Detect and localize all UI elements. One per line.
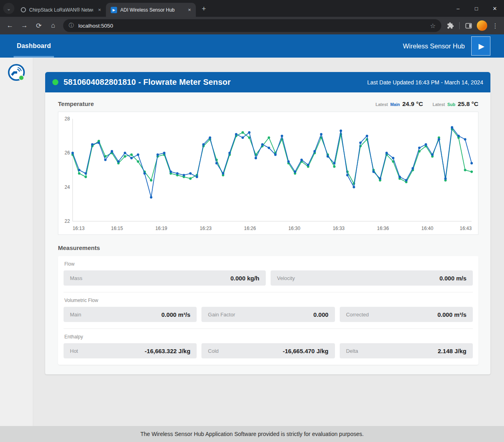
field-label: Cold [208, 348, 219, 354]
last-updated-text: Last Date Updated 16:43 PM - March 14, 2… [367, 79, 483, 86]
field-hot: Hot -16,663.322 J/kg [64, 343, 197, 358]
field-label: Corrected [346, 312, 369, 318]
evaluation-footer: The Wireless Sensor Hub Application Soft… [0, 426, 504, 442]
tab-title: ChirpStack LoRaWAN® Networ [29, 7, 93, 13]
measure-group-flow: Flow Mass 0.000 kg/h Velocity 0.000 m/s [64, 256, 473, 292]
site-info-icon[interactable]: ⓘ [69, 22, 74, 29]
forward-button[interactable]: → [18, 19, 31, 32]
measurements-heading: Measurements [58, 244, 478, 251]
app-body: 5810604082801810 - Flowrate Meter Sensor… [0, 58, 504, 426]
svg-text:24: 24 [65, 184, 70, 190]
field-mass: Mass 0.000 kg/h [64, 270, 266, 286]
home-button[interactable]: ⌂ [46, 19, 60, 32]
field-delta: Delta 2.148 J/kg [340, 343, 473, 358]
field-value: 0.000 m³/s [161, 311, 191, 318]
active-tab-underline [14, 56, 54, 58]
play-triangle-icon: ▶ [478, 42, 484, 51]
tab-search-button[interactable]: ⌄ [3, 3, 14, 14]
svg-text:26: 26 [65, 150, 70, 156]
browser-menu-icon[interactable]: ⋮ [490, 22, 501, 30]
extensions-icon[interactable] [444, 20, 456, 32]
field-label: Velocity [277, 275, 295, 281]
field-value: 0.000 [313, 311, 329, 318]
chirpstack-favicon [21, 7, 26, 12]
group-label: Volumetric Flow [64, 298, 472, 303]
field-value: 2.148 J/kg [438, 348, 466, 354]
measurements-panel: Flow Mass 0.000 kg/h Velocity 0.000 m/s [58, 256, 478, 365]
latest-label: Latest [376, 102, 388, 107]
sub-latest-value: 25.8 °C [458, 100, 478, 108]
bookmark-star-icon[interactable]: ☆ [430, 22, 436, 30]
minimize-button[interactable]: – [449, 0, 467, 17]
url-text: localhost:5050 [78, 23, 113, 29]
tab-adi-wireless-sensor-hub[interactable]: ▶ ADI Wireless Sensor Hub × [106, 3, 196, 17]
nav-dashboard[interactable]: Dashboard [17, 34, 51, 58]
temperature-legend: Latest Main 24.9 °C Latest Sub 25.8 °C [376, 100, 478, 108]
measure-group-enthalpy: Enthalpy Hot -16,663.322 J/kg Cold -16,6… [64, 328, 473, 365]
svg-text:16:26: 16:26 [244, 226, 256, 231]
sensor-card: 5810604082801810 - Flowrate Meter Sensor… [45, 72, 490, 374]
app-header: Dashboard Wireless Sensor Hub ▶ [0, 34, 504, 58]
temperature-header: Temperature Latest Main 24.9 °C Latest S… [58, 100, 478, 108]
field-label: Delta [346, 348, 358, 354]
field-label: Hot [70, 348, 78, 354]
field-value: 0.000 m/s [439, 275, 466, 282]
field-value: 0.000 m³/s [437, 311, 466, 318]
side-panel-icon[interactable] [462, 20, 474, 32]
temperature-chart-container: 2224262816:1316:1516:1916:2316:2616:3016… [58, 112, 478, 235]
tab-close-icon[interactable]: × [96, 7, 103, 13]
svg-text:16:43: 16:43 [460, 226, 472, 231]
adi-favicon: ▶ [111, 7, 117, 13]
temperature-heading: Temperature [58, 100, 94, 107]
browser-tab-strip: ⌄ ChirpStack LoRaWAN® Networ × ▶ ADI Wir… [0, 0, 504, 17]
group-label: Enthalpy [64, 334, 472, 340]
tab-close-icon[interactable]: × [186, 7, 193, 13]
reload-button[interactable]: ⟳ [32, 19, 46, 32]
address-bar[interactable]: ⓘ localhost:5050 ☆ [63, 19, 441, 32]
tab-chirpstack[interactable]: ChirpStack LoRaWAN® Networ × [16, 3, 106, 17]
browser-navbar: ← → ⟳ ⌂ ⓘ localhost:5050 ☆ ⋮ [0, 17, 504, 34]
toolbar-divider [459, 22, 460, 29]
sensor-title: 5810604082801810 - Flowrate Meter Sensor [64, 78, 231, 87]
maximize-button[interactable]: □ [467, 0, 486, 17]
svg-text:16:19: 16:19 [155, 226, 167, 231]
svg-text:16:15: 16:15 [111, 226, 123, 231]
latest-label: Latest [432, 102, 445, 107]
svg-text:16:30: 16:30 [288, 226, 300, 231]
sub-series-label: Sub [447, 102, 455, 107]
field-label: Main [70, 312, 81, 318]
status-dot [52, 79, 58, 85]
group-label: Flow [64, 261, 472, 267]
field-value: -16,663.322 J/kg [145, 348, 190, 354]
main-latest-value: 24.9 °C [402, 100, 423, 108]
field-velocity: Velocity 0.000 m/s [271, 270, 473, 286]
field-value: 0.000 kg/h [230, 275, 259, 282]
adi-logo: ▶ [471, 36, 490, 56]
field-value: -16,665.470 J/kg [283, 348, 328, 354]
footer-text: The Wireless Sensor Hub Application Soft… [140, 431, 364, 437]
field-cold: Cold -16,665.470 J/kg [201, 343, 335, 358]
sensor-hub-logo[interactable] [7, 63, 26, 83]
profile-avatar[interactable] [477, 20, 487, 31]
svg-text:22: 22 [65, 218, 70, 224]
new-tab-button[interactable]: + [198, 3, 209, 14]
field-volumetric-main: Main 0.000 m³/s [64, 307, 197, 322]
main-content: 5810604082801810 - Flowrate Meter Sensor… [33, 58, 504, 426]
svg-text:16:23: 16:23 [200, 226, 212, 231]
window-controls: – □ ✕ [449, 0, 504, 17]
dashboard-label: Dashboard [17, 42, 51, 50]
field-corrected: Corrected 0.000 m³/s [340, 307, 473, 322]
main-series-label: Main [390, 102, 400, 107]
svg-text:16:33: 16:33 [333, 226, 345, 231]
field-gain-factor: Gain Factor 0.000 [201, 307, 335, 322]
tab-title: ADI Wireless Sensor Hub [120, 7, 183, 13]
sidebar [0, 58, 33, 426]
app-title: Wireless Sensor Hub [403, 42, 465, 50]
svg-text:16:36: 16:36 [377, 226, 389, 231]
field-label: Gain Factor [208, 312, 235, 318]
svg-text:16:13: 16:13 [73, 226, 85, 231]
back-button[interactable]: ← [3, 19, 17, 32]
svg-text:28: 28 [65, 116, 70, 122]
close-button[interactable]: ✕ [486, 0, 504, 17]
temperature-chart: 2224262816:1316:1516:1916:2316:2616:3016… [59, 114, 476, 234]
